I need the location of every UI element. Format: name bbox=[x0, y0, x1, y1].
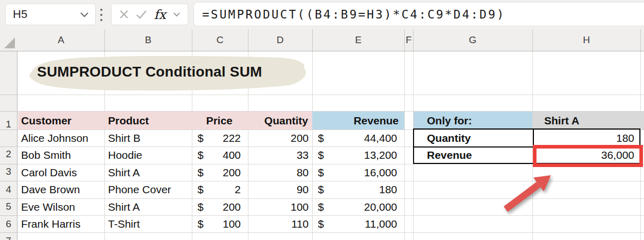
row-header-5[interactable]: 5 bbox=[0, 198, 17, 215]
row-header-separator bbox=[0, 215, 17, 216]
header-product[interactable]: Product bbox=[105, 112, 192, 130]
cell-c4[interactable]: $222 bbox=[192, 130, 248, 146]
cancel-icon[interactable] bbox=[119, 9, 129, 20]
cell-e7[interactable]: $180 bbox=[313, 181, 404, 198]
price-value: 222 bbox=[223, 130, 241, 146]
cell-a5[interactable]: Bob Smith bbox=[18, 146, 104, 164]
currency-symbol: $ bbox=[318, 130, 324, 146]
gridline bbox=[17, 95, 644, 95]
price-value: 200 bbox=[223, 164, 241, 181]
header-price[interactable]: Price bbox=[192, 112, 248, 130]
revenue-value: 44,400 bbox=[364, 130, 397, 146]
formula-toolbar: H5 fx =SUMPRODUCT((B4:B9=H3)*C4:C9*D4:D9… bbox=[0, 0, 644, 29]
cell-c6[interactable]: $200 bbox=[192, 164, 248, 181]
cell-d7[interactable]: 90 bbox=[248, 181, 312, 198]
row-header-separator bbox=[0, 164, 17, 164]
row-header-6[interactable]: 6 bbox=[0, 215, 17, 232]
cell-e4[interactable]: $44,400 bbox=[313, 130, 404, 146]
cell-c5[interactable]: $400 bbox=[192, 146, 248, 164]
cell-b7[interactable]: Phone Cover bbox=[105, 181, 192, 198]
column-header-A[interactable]: A bbox=[17, 29, 104, 51]
cell-d9[interactable]: 110 bbox=[248, 215, 312, 232]
currency-symbol: $ bbox=[318, 181, 324, 198]
currency-symbol: $ bbox=[198, 198, 204, 215]
header-revenue[interactable]: Revenue bbox=[313, 112, 404, 130]
column-header-C[interactable]: C bbox=[192, 29, 248, 51]
fx-chevron-down-icon[interactable] bbox=[173, 12, 181, 17]
formula-bar[interactable]: =SUMPRODUCT((B4:B9=H3)*C4:C9*D4:D9) bbox=[193, 2, 644, 26]
row-header-separator bbox=[0, 95, 17, 95]
annotation-arrow-icon bbox=[484, 167, 566, 218]
select-all-triangle-icon bbox=[4, 38, 15, 48]
row-header-separator bbox=[0, 130, 17, 130]
cell-b6[interactable]: Shirt A bbox=[105, 164, 192, 181]
header-filter-value[interactable]: Shirt A bbox=[533, 112, 644, 130]
row-header-separator bbox=[0, 198, 17, 199]
cell-a4[interactable]: Alice Johnson bbox=[18, 130, 104, 146]
drag-handle-dots-icon bbox=[99, 8, 103, 22]
cell-e5[interactable]: $13,200 bbox=[313, 146, 404, 164]
formula-text: =SUMPRODUCT((B4:B9=H3)*C4:C9*D4:D9) bbox=[194, 8, 506, 21]
enter-check-icon[interactable] bbox=[136, 9, 147, 20]
cell-c9[interactable]: $100 bbox=[192, 215, 248, 232]
currency-symbol: $ bbox=[198, 181, 204, 198]
cell-b9[interactable]: T-Shirt bbox=[105, 215, 192, 232]
cell-e6[interactable]: $16,000 bbox=[313, 164, 404, 181]
currency-symbol: $ bbox=[318, 215, 324, 232]
row-header-7[interactable]: 7 bbox=[0, 232, 17, 240]
spreadsheet-app: H5 fx =SUMPRODUCT((B4:B9=H3)*C4:C9*D4:D9… bbox=[0, 0, 644, 240]
name-box[interactable]: H5 bbox=[5, 4, 96, 25]
column-header-G[interactable]: G bbox=[413, 29, 532, 51]
formula-buttons: fx bbox=[111, 4, 188, 25]
currency-symbol: $ bbox=[318, 164, 324, 181]
row-header-2[interactable]: 2 bbox=[0, 146, 17, 162]
currency-symbol: $ bbox=[318, 146, 324, 164]
row-header-strip: 1 2 3 4 5 6 7 8 9 bbox=[0, 51, 17, 240]
cell-e9[interactable]: $11,000 bbox=[313, 215, 404, 232]
column-header-D[interactable]: D bbox=[248, 29, 312, 51]
selected-cell-red-highlight bbox=[533, 145, 643, 167]
revenue-value: 13,200 bbox=[364, 146, 397, 164]
row-header-separator bbox=[0, 111, 17, 112]
price-value: 100 bbox=[223, 215, 241, 232]
column-header-separator bbox=[640, 29, 641, 51]
header-only-for[interactable]: Only for: bbox=[414, 112, 532, 130]
cell-d8[interactable]: 100 bbox=[248, 198, 312, 215]
row-header-3[interactable]: 3 bbox=[0, 162, 17, 181]
currency-symbol: $ bbox=[198, 146, 204, 164]
column-header-separator bbox=[248, 29, 248, 51]
cell-e8[interactable]: $20,000 bbox=[313, 198, 404, 215]
cell-a7[interactable]: Dave Brown bbox=[18, 181, 104, 198]
row-header-separator bbox=[0, 232, 17, 233]
currency-symbol: $ bbox=[198, 164, 204, 181]
insert-function-icon[interactable]: fx bbox=[154, 7, 166, 22]
cell-c8[interactable]: $200 bbox=[192, 198, 248, 215]
select-all-button[interactable] bbox=[0, 29, 17, 51]
cell-c7[interactable]: $2 bbox=[192, 181, 248, 198]
column-header-separator bbox=[532, 29, 533, 51]
row-header-1[interactable]: 1 bbox=[0, 103, 17, 146]
currency-symbol: $ bbox=[318, 198, 324, 215]
column-header-H[interactable]: H bbox=[532, 29, 640, 51]
chevron-down-icon[interactable] bbox=[80, 12, 89, 17]
header-customer[interactable]: Customer bbox=[18, 112, 104, 130]
cell-b4[interactable]: Shirt B bbox=[105, 130, 192, 146]
column-header-separator bbox=[413, 29, 414, 51]
column-header-B[interactable]: B bbox=[104, 29, 192, 51]
cell-d4[interactable]: 200 bbox=[248, 130, 312, 146]
column-header-F[interactable]: F bbox=[404, 29, 413, 51]
header-quantity[interactable]: Quantity bbox=[248, 112, 312, 130]
cell-b5[interactable]: Hoodie bbox=[105, 146, 192, 164]
row-header-4[interactable]: 4 bbox=[0, 181, 17, 198]
cell-a9[interactable]: Frank Harris bbox=[18, 215, 104, 232]
cell-a8[interactable]: Eve Wilson bbox=[18, 198, 104, 215]
cell-b8[interactable]: Shirt A bbox=[105, 198, 192, 215]
cell-a6[interactable]: Carol Davis bbox=[18, 164, 104, 181]
column-header-separator bbox=[104, 29, 105, 51]
column-header-E[interactable]: E bbox=[312, 29, 404, 51]
gridline bbox=[404, 51, 405, 240]
price-value: 2 bbox=[235, 181, 241, 198]
cell-d5[interactable]: 33 bbox=[248, 146, 312, 164]
column-header-separator bbox=[404, 29, 405, 51]
cell-d6[interactable]: 80 bbox=[248, 164, 312, 181]
